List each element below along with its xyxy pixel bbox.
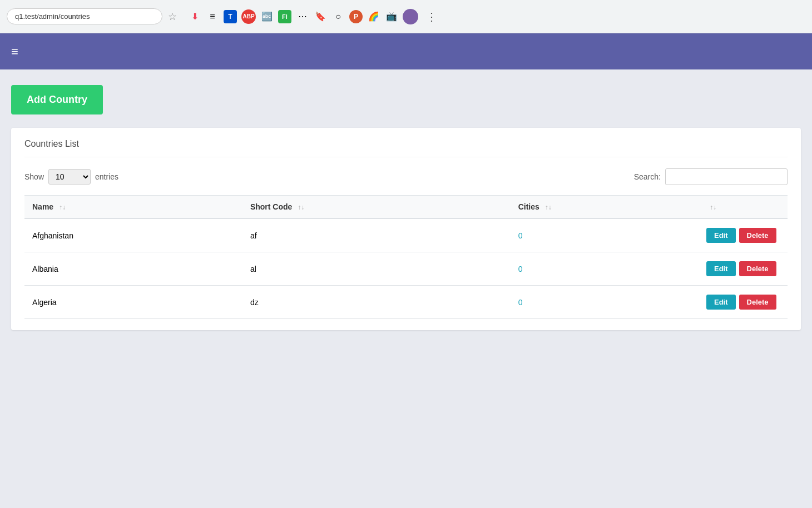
cell-cities-2: 0 bbox=[511, 286, 699, 319]
cell-cities-1: 0 bbox=[511, 252, 699, 286]
table-controls: Show 10 25 50 100 entries Search: bbox=[24, 168, 788, 185]
show-label: Show bbox=[24, 172, 44, 181]
browser-extensions: ⬇ ≡ T ABP 🔤 FI ⋯ 🔖 ○ P 🌈 📺 bbox=[188, 9, 418, 24]
search-area: Search: bbox=[634, 168, 788, 185]
cell-short-code-1: al bbox=[242, 252, 511, 286]
delete-button-2[interactable]: Delete bbox=[739, 295, 776, 310]
url-text: q1.test/admin/countries bbox=[15, 12, 90, 21]
sort-actions-icon: ↑↓ bbox=[710, 203, 716, 211]
action-buttons-2: Edit Delete bbox=[706, 295, 780, 310]
search-label: Search: bbox=[634, 172, 661, 181]
table-header-row: Name ↑↓ Short Code ↑↓ Cities ↑↓ ↑↓ bbox=[24, 196, 788, 219]
hamburger-menu-icon[interactable]: ≡ bbox=[11, 44, 18, 59]
adblock-icon[interactable]: ABP bbox=[241, 9, 256, 24]
col-header-actions: ↑↓ bbox=[699, 196, 788, 219]
main-content: Add Country Countries List Show 10 25 50… bbox=[0, 69, 812, 508]
feedly-icon[interactable]: FI bbox=[278, 10, 291, 23]
cell-cities-0: 0 bbox=[511, 218, 699, 252]
edit-button-2[interactable]: Edit bbox=[706, 295, 736, 310]
bookmark-icon[interactable]: ☆ bbox=[168, 11, 177, 23]
profile-avatar[interactable] bbox=[403, 9, 418, 24]
cell-name-0: Afghanistan bbox=[24, 218, 242, 252]
browser-chrome: q1.test/admin/countries ☆ ⬇ ≡ T ABP 🔤 FI… bbox=[0, 0, 812, 33]
countries-table: Name ↑↓ Short Code ↑↓ Cities ↑↓ ↑↓ bbox=[24, 195, 788, 319]
col-header-cities[interactable]: Cities ↑↓ bbox=[511, 196, 699, 219]
buffer-icon[interactable]: ≡ bbox=[206, 10, 219, 23]
address-bar[interactable]: q1.test/admin/countries bbox=[7, 8, 162, 24]
cell-short-code-2: dz bbox=[242, 286, 511, 319]
top-navigation: ≡ bbox=[0, 33, 812, 69]
countries-table-card: Countries List Show 10 25 50 100 entries… bbox=[11, 128, 801, 330]
table-title: Countries List bbox=[24, 139, 788, 157]
add-country-button[interactable]: Add Country bbox=[11, 85, 103, 114]
edit-button-0[interactable]: Edit bbox=[706, 228, 736, 243]
entries-label: entries bbox=[95, 172, 118, 181]
trello-icon[interactable]: T bbox=[224, 10, 237, 23]
action-buttons-1: Edit Delete bbox=[706, 261, 780, 276]
cell-actions-0: Edit Delete bbox=[699, 218, 788, 252]
search-input[interactable] bbox=[665, 168, 788, 185]
cast-icon[interactable]: 📺 bbox=[385, 10, 398, 23]
table-row: Albania al 0 Edit Delete bbox=[24, 252, 788, 286]
cell-short-code-0: af bbox=[242, 218, 511, 252]
table-row: Afghanistan af 0 Edit Delete bbox=[24, 218, 788, 252]
action-buttons-0: Edit Delete bbox=[706, 228, 780, 243]
delete-button-0[interactable]: Delete bbox=[739, 228, 776, 243]
show-entries-control: Show 10 25 50 100 entries bbox=[24, 169, 118, 185]
wot-icon[interactable]: 🔤 bbox=[260, 10, 274, 23]
sort-cities-icon: ↑↓ bbox=[545, 203, 552, 211]
sort-short-code-icon: ↑↓ bbox=[298, 203, 304, 211]
cell-name-1: Albania bbox=[24, 252, 242, 286]
dots-icon[interactable]: ⋯ bbox=[296, 10, 309, 23]
producthunt-icon[interactable]: P bbox=[349, 10, 363, 23]
cell-actions-1: Edit Delete bbox=[699, 252, 788, 286]
browser-menu-icon[interactable]: ⋮ bbox=[426, 10, 437, 23]
col-header-short-code[interactable]: Short Code ↑↓ bbox=[242, 196, 511, 219]
table-row: Algeria dz 0 Edit Delete bbox=[24, 286, 788, 319]
edit-button-1[interactable]: Edit bbox=[706, 261, 736, 276]
cell-actions-2: Edit Delete bbox=[699, 286, 788, 319]
entries-per-page-select[interactable]: 10 25 50 100 bbox=[48, 169, 91, 185]
delete-button-1[interactable]: Delete bbox=[739, 261, 776, 276]
lastpass-icon[interactable]: 🔖 bbox=[314, 10, 327, 23]
sort-name-icon: ↑↓ bbox=[59, 203, 66, 211]
cell-name-2: Algeria bbox=[24, 286, 242, 319]
arc-icon[interactable]: 🌈 bbox=[367, 10, 380, 23]
circle-icon[interactable]: ○ bbox=[331, 10, 345, 23]
pocket-icon[interactable]: ⬇ bbox=[188, 10, 201, 23]
col-header-name[interactable]: Name ↑↓ bbox=[24, 196, 242, 219]
